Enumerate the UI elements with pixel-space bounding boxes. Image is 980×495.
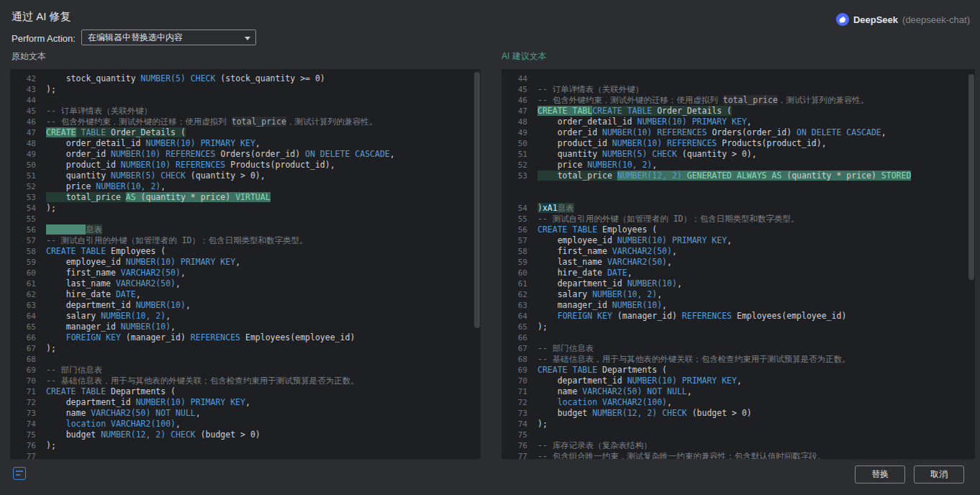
code-line: 72 location VARCHAR2(100), (502, 397, 975, 408)
line-number: 75 (502, 430, 527, 440)
code-token: (stock_quantity >= 0) (215, 73, 325, 83)
line-number: 71 (10, 386, 36, 397)
code-token: CREATE TABLE (537, 365, 597, 375)
code-token: NUMBER(10) (121, 160, 171, 170)
code-token: (quantity * price) (781, 171, 881, 181)
code-token: manager_id (46, 322, 121, 332)
scrollbar-thumb[interactable] (474, 72, 480, 328)
code-token: Orders(order_id) (215, 149, 305, 159)
line-number (502, 192, 527, 203)
code-token: , (881, 127, 886, 137)
code-line: 59 employee_id NUMBER(10) PRIMARY KEY, (10, 257, 481, 268)
code-token: REFERENCES (657, 127, 707, 137)
code-line: 60 first_name VARCHAR2(50), (10, 268, 481, 278)
line-number: 49 (502, 127, 527, 138)
code-token: stock_quantity (46, 73, 141, 83)
code-token (662, 138, 667, 148)
code-token: PRIMARY KEY (181, 257, 235, 267)
code-token: , (657, 289, 662, 299)
code-token: PRIMARY KEY (682, 376, 737, 386)
cancel-button[interactable]: 取消 (914, 466, 964, 483)
code-token: order_detail_id (46, 138, 145, 148)
code-line: 61 department_id NUMBER(10), (502, 278, 975, 289)
chevron-down-icon (245, 37, 250, 40)
code-token: Departments ( (106, 386, 176, 396)
code-token: name (46, 408, 91, 418)
code-line (502, 181, 975, 192)
line-number: 73 (10, 408, 36, 419)
line-number: 62 (502, 289, 527, 300)
code-line: 74 location VARCHAR2(100), (10, 419, 481, 430)
scrollbar-track[interactable] (968, 69, 975, 459)
code-token (171, 160, 176, 170)
code-token: first_name (537, 246, 612, 256)
code-line: 45-- 订单详情表（关联外键） (10, 106, 481, 117)
code-token: GENERATED ALWAYS (687, 171, 767, 181)
suggested-code: 4445-- 订单详情表（关联外键）46-- 包含外键约束，测试外键的迁移；使用… (502, 69, 975, 459)
code-token: CREATE TABL (537, 106, 592, 116)
line-number: 58 (502, 246, 527, 257)
ai-fix-dialog: { "header": { "title": "通过 AI 修复", "prov… (0, 0, 980, 495)
code-token: budget (537, 408, 592, 418)
line-number: 58 (10, 246, 36, 257)
code-token: CHECK (160, 171, 186, 181)
code-token: -- 测试自引用的外键（如管理者的 ID）；包含日期类型和数字类型。 (46, 235, 308, 245)
original-editor[interactable]: 42 stock_quantity NUMBER(5) CHECK (stock… (10, 69, 481, 459)
code-token: (quantity > 0), (186, 171, 266, 181)
line-number: 66 (502, 332, 527, 343)
code-token: PRIMARY KEY (692, 117, 747, 127)
code-token: , (667, 257, 672, 267)
line-number: 47 (10, 127, 36, 138)
scrollbar-thumb[interactable] (968, 74, 974, 280)
original-text-label: 原始文本 (12, 50, 46, 63)
code-line: 46-- 包含外键约束，测试外键的迁移；使用虚拟列 total_price，测试… (502, 95, 975, 106)
deepseek-logo-icon (836, 13, 849, 26)
code-token: , (390, 149, 395, 159)
code-line: 71 name VARCHAR2(50) NOT NULL, (502, 386, 975, 397)
code-token: TABLE (81, 127, 106, 137)
line-number: 61 (502, 278, 527, 289)
line-number: 53 (10, 192, 36, 203)
code-token: VARCHAR2(100) (111, 419, 176, 429)
code-token: NUMBER(10) (121, 322, 171, 332)
code-token: total_price (232, 117, 286, 127)
line-number: 60 (502, 268, 527, 278)
provider-badge: DeepSeek (deepseek-chat) (836, 13, 970, 26)
line-number: 48 (10, 138, 36, 149)
code-token (537, 397, 558, 407)
code-token: NUMBER(12, 2) (101, 430, 165, 440)
line-number: 42 (10, 73, 36, 84)
code-token: NUMBER(10, 2) (587, 160, 652, 170)
code-token: ); (537, 419, 548, 429)
scrollbar-track[interactable] (473, 69, 481, 459)
code-token: 息表 (86, 224, 102, 235)
replace-button[interactable]: 替换 (855, 466, 905, 483)
code-line: 46-- 包含外键约束，测试外键的迁移；使用虚拟列 total_price，测试… (10, 117, 481, 127)
code-token: total_price (723, 95, 778, 105)
code-line: 44 (502, 73, 975, 84)
code-token: -- 部门信息表 (46, 365, 102, 375)
code-token: DATE (607, 268, 627, 278)
code-token: NUMBER(12, 2) (617, 171, 682, 181)
code-line: 62 salary NUMBER(10, 2), (502, 289, 975, 300)
code-token: , (667, 397, 672, 407)
action-dropdown[interactable]: 在编辑器中替换选中内容 (81, 29, 256, 45)
code-line: 66 (502, 332, 975, 343)
code-line: 75 budget NUMBER(12, 2) CHECK (budget > … (10, 430, 481, 440)
code-token: PRIMARY KEY (191, 397, 245, 407)
suggested-editor[interactable]: 4445-- 订单详情表（关联外键）46-- 包含外键约束，测试外键的迁移；使用… (502, 69, 975, 459)
code-line: 76-- 库存记录表（复杂表结构） (502, 440, 975, 451)
code-token: , (662, 300, 667, 310)
line-number: 77 (502, 451, 527, 459)
code-token: NUMBER(10, 2) (592, 289, 657, 299)
code-token: VARCHAR2(50) (116, 278, 176, 289)
code-token: , (181, 268, 186, 278)
code-token: , (672, 246, 677, 256)
code-token: NUMBER(10, 2) (101, 311, 165, 321)
line-number: 46 (502, 95, 527, 106)
line-number: 67 (502, 343, 527, 354)
code-token: Employees(employee_id) (240, 332, 355, 342)
code-token: -- 库存记录表（复杂表结构） (537, 440, 652, 450)
code-token: CREATE TABLE (537, 224, 597, 235)
code-token: (manager_id) (612, 311, 682, 321)
